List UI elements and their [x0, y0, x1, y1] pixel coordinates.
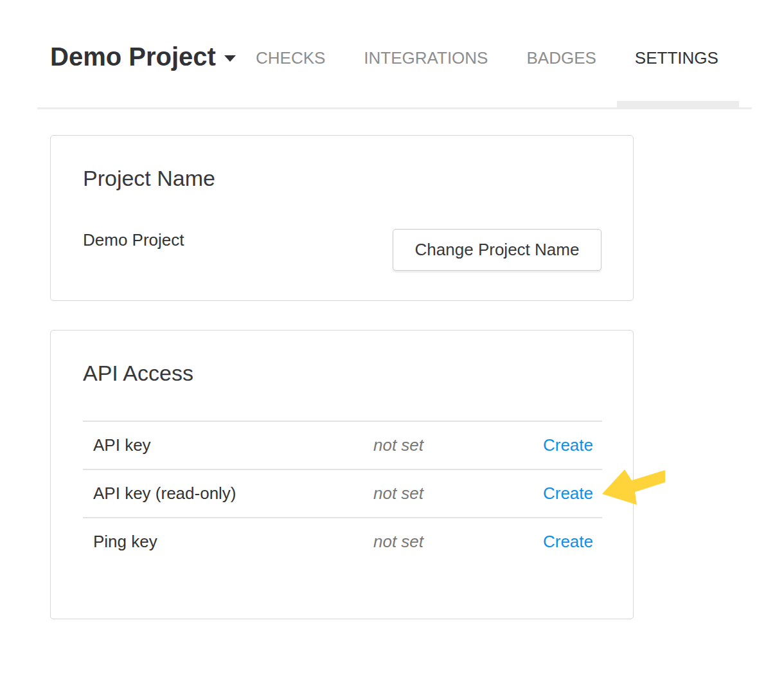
key-value: not set — [373, 435, 502, 455]
tab-integrations[interactable]: INTEGRATIONS — [364, 50, 488, 66]
api-key-table: API key not set Create API key (read-onl… — [83, 421, 602, 565]
key-value: not set — [373, 484, 502, 504]
key-label: API key — [83, 435, 373, 455]
api-access-card: API Access API key not set Create API ke… — [50, 330, 634, 619]
create-ping-key-link[interactable]: Create — [543, 532, 593, 551]
tab-badges[interactable]: BADGES — [526, 50, 596, 66]
api-access-card-title: API Access — [83, 360, 633, 386]
caret-down-icon — [224, 55, 236, 62]
key-label: API key (read-only) — [83, 484, 373, 504]
table-row-api-key: API key not set Create — [83, 421, 602, 469]
key-label: Ping key — [83, 532, 373, 552]
nav-divider — [37, 107, 752, 109]
project-dropdown[interactable]: Demo Project — [50, 42, 236, 71]
create-readonly-api-key-link[interactable]: Create — [543, 484, 593, 503]
project-name-card-title: Project Name — [83, 165, 633, 191]
key-value: not set — [373, 532, 502, 552]
create-api-key-link[interactable]: Create — [543, 435, 593, 455]
project-name-card: Project Name Demo Project Change Project… — [50, 135, 634, 301]
change-project-name-button[interactable]: Change Project Name — [393, 229, 601, 271]
table-row-ping-key: Ping key not set Create — [83, 517, 602, 565]
current-project-name: Demo Project — [83, 230, 184, 250]
table-row-api-key-read-only: API key (read-only) not set Create — [83, 469, 602, 517]
nav-tabs: CHECKS INTEGRATIONS BADGES SETTINGS — [256, 50, 718, 66]
project-title: Demo Project — [50, 42, 216, 71]
settings-page: Demo Project CHECKS INTEGRATIONS BADGES … — [0, 0, 784, 681]
tab-settings[interactable]: SETTINGS — [635, 50, 718, 66]
tab-checks[interactable]: CHECKS — [256, 50, 325, 66]
